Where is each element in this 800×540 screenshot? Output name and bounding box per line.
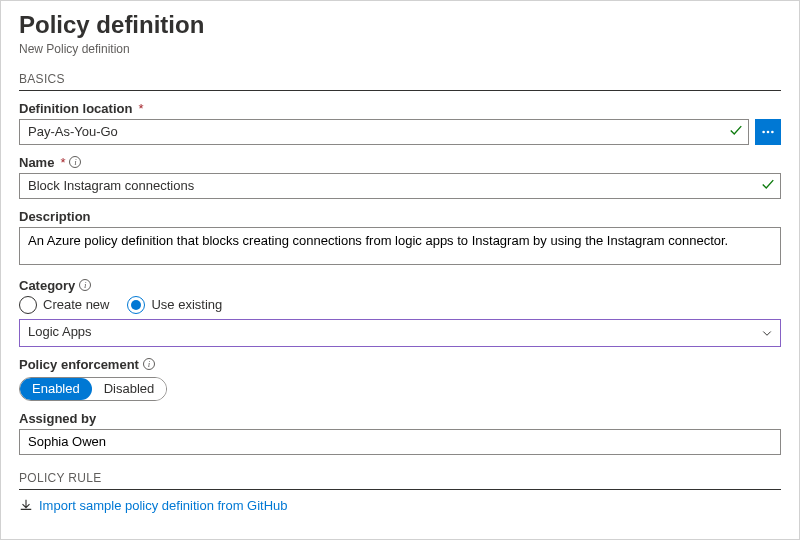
import-sample-label: Import sample policy definition from Git…	[39, 498, 288, 513]
svg-point-2	[771, 130, 774, 133]
field-name: Name * i	[19, 155, 781, 199]
page-title: Policy definition	[19, 11, 781, 40]
chevron-down-icon	[761, 327, 773, 339]
ellipsis-icon	[761, 125, 775, 139]
field-description: Description	[19, 209, 781, 268]
section-policy-rule: POLICY RULE	[19, 471, 781, 490]
policy-enforcement-toggle[interactable]: Enabled Disabled	[19, 377, 167, 401]
assigned-by-input[interactable]	[19, 429, 781, 455]
assigned-by-label: Assigned by	[19, 411, 96, 426]
description-textarea[interactable]	[19, 227, 781, 265]
policy-enforcement-label: Policy enforcement	[19, 357, 139, 372]
page-subtitle: New Policy definition	[19, 42, 781, 56]
description-label: Description	[19, 209, 91, 224]
download-icon	[19, 498, 33, 512]
check-icon	[761, 177, 775, 194]
check-icon	[729, 123, 743, 140]
definition-location-input[interactable]	[19, 119, 749, 145]
field-policy-enforcement: Policy enforcement i Enabled Disabled	[19, 357, 781, 401]
svg-point-0	[762, 130, 765, 133]
section-basics: BASICS	[19, 72, 781, 91]
category-select[interactable]: Logic Apps	[19, 319, 781, 347]
toggle-disabled[interactable]: Disabled	[92, 378, 167, 400]
info-icon[interactable]: i	[79, 279, 91, 291]
required-indicator: *	[60, 155, 65, 170]
field-assigned-by: Assigned by	[19, 411, 781, 455]
required-indicator: *	[138, 101, 143, 116]
category-radio-use-existing[interactable]: Use existing	[127, 296, 222, 314]
info-icon[interactable]: i	[69, 156, 81, 168]
field-category: Category i Create new Use existing Logic…	[19, 278, 781, 347]
toggle-enabled[interactable]: Enabled	[20, 378, 92, 400]
name-label: Name	[19, 155, 54, 170]
radio-icon	[127, 296, 145, 314]
import-sample-link[interactable]: Import sample policy definition from Git…	[19, 498, 781, 513]
radio-label: Use existing	[151, 297, 222, 312]
svg-point-1	[767, 130, 770, 133]
category-radio-create-new[interactable]: Create new	[19, 296, 109, 314]
definition-location-label: Definition location	[19, 101, 132, 116]
info-icon[interactable]: i	[143, 358, 155, 370]
radio-icon	[19, 296, 37, 314]
radio-label: Create new	[43, 297, 109, 312]
category-label: Category	[19, 278, 75, 293]
name-input[interactable]	[19, 173, 781, 199]
field-definition-location: Definition location *	[19, 101, 781, 145]
definition-location-browse-button[interactable]	[755, 119, 781, 145]
